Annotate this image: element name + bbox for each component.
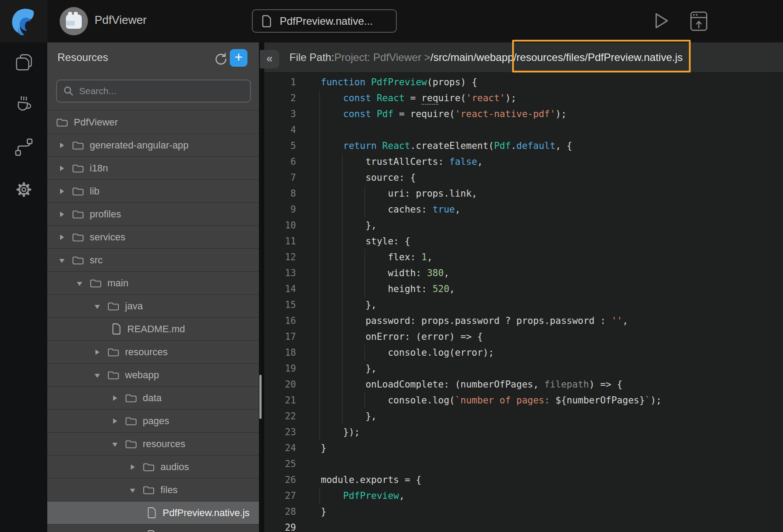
file-icon — [147, 530, 157, 532]
refresh-button[interactable] — [211, 50, 229, 68]
tree-file-row[interactable]: PdfPreview.native.js — [47, 502, 259, 524]
tree-item-label: webapp — [125, 369, 159, 381]
chevron-right-icon[interactable] — [112, 418, 118, 425]
code-line[interactable]: PdfPreview, — [321, 490, 405, 501]
tree-file-row[interactable] — [47, 524, 259, 532]
coffee-icon[interactable] — [14, 95, 34, 115]
tree-folder-row[interactable]: generated-angular-app — [47, 134, 259, 157]
open-preview-window-button[interactable] — [690, 11, 708, 31]
tree-file-row[interactable]: README.md — [47, 318, 259, 341]
blue-wave-logo-icon — [8, 5, 40, 37]
chevron-down-icon[interactable] — [94, 303, 100, 310]
code-line[interactable]: source: { — [321, 172, 416, 183]
open-file-tab[interactable]: PdfPreview.native... — [252, 9, 397, 33]
tree-folder-row[interactable]: resources — [47, 433, 259, 456]
code-line[interactable]: console.log(`number of pages: ${numberOf… — [321, 395, 661, 406]
file-icon — [262, 15, 272, 28]
panel-scrollbar-thumb[interactable] — [259, 375, 262, 419]
tree-folder-row[interactable]: profiles — [47, 203, 259, 226]
code-line[interactable]: password: props.password ? props.passwor… — [321, 315, 628, 326]
code-line[interactable]: return React.createElement(Pdf.default, … — [321, 141, 572, 151]
tree-folder-row[interactable]: java — [47, 295, 259, 318]
app-logo-cell[interactable] — [0, 0, 47, 42]
chevron-right-icon[interactable] — [112, 395, 118, 402]
run-button[interactable] — [654, 12, 669, 30]
tree-folder-row[interactable]: lib — [47, 180, 259, 203]
tree-item-label: audios — [160, 461, 189, 473]
code-line[interactable]: function PdfPreview(props) { — [321, 77, 477, 87]
code-line[interactable]: }, — [321, 300, 376, 310]
chevron-right-icon[interactable] — [59, 234, 65, 241]
folder-icon — [72, 232, 84, 243]
project-app-icon — [59, 6, 89, 36]
folder-icon — [143, 462, 155, 472]
code-line[interactable]: flex: 1, — [321, 252, 433, 262]
tree-item-label: files — [160, 484, 178, 496]
code-editor[interactable]: 1function PdfPreview(props) {2 const Rea… — [264, 72, 783, 532]
code-line[interactable]: }); — [321, 427, 360, 437]
chevron-right-icon[interactable] — [129, 464, 136, 471]
code-line[interactable]: onError: (error) => { — [321, 331, 483, 342]
code-line[interactable]: const Pdf = require('react-native-pdf'); — [321, 109, 566, 119]
code-line[interactable]: } — [321, 443, 327, 453]
tree-item-label: PdfPreview.native.js — [163, 507, 250, 519]
tree-folder-row[interactable]: src — [47, 249, 259, 272]
folder-icon — [125, 439, 137, 449]
code-line[interactable]: }, — [321, 220, 376, 231]
code-line[interactable]: style: { — [321, 236, 410, 247]
code-line[interactable]: height: 520, — [321, 284, 455, 294]
search-input[interactable] — [79, 86, 244, 96]
code-line[interactable]: uri: props.link, — [321, 188, 477, 199]
tree-item-label: java — [125, 300, 143, 312]
chevron-down-icon[interactable] — [76, 280, 83, 287]
tree-item-label: profiles — [90, 209, 121, 220]
code-line[interactable]: }, — [321, 363, 376, 374]
code-line[interactable]: width: 380, — [321, 268, 449, 278]
tree-folder-row[interactable]: main — [47, 272, 259, 295]
tree-folder-row[interactable]: pages — [47, 410, 259, 433]
chevron-right-icon[interactable] — [59, 188, 65, 195]
tree-folder-row[interactable]: data — [47, 387, 259, 410]
add-resource-button[interactable] — [230, 49, 247, 67]
settings-icon[interactable] — [14, 179, 34, 200]
chevron-right-icon[interactable] — [59, 165, 65, 172]
line-number: 20 — [264, 376, 296, 392]
app-title: PdfViewer — [95, 13, 147, 27]
chevron-down-icon[interactable] — [112, 441, 118, 448]
folder-icon — [72, 163, 84, 174]
chevron-right-icon[interactable] — [59, 211, 65, 218]
code-line[interactable]: module.exports = { — [321, 475, 422, 485]
code-line[interactable]: } — [321, 506, 327, 517]
chevron-down-icon[interactable] — [59, 257, 65, 264]
folder-icon — [56, 117, 68, 128]
pages-icon[interactable] — [14, 52, 34, 72]
indent-guide — [365, 249, 365, 297]
code-line[interactable]: const React = require('react'); — [321, 93, 517, 103]
chevron-down-icon[interactable] — [129, 486, 136, 494]
tree-folder-row[interactable]: resources — [47, 341, 259, 364]
search-box[interactable] — [56, 80, 251, 103]
tree-folder-row[interactable]: audios — [47, 456, 259, 479]
tree-item-label: PdfViewer — [74, 117, 118, 128]
tree-folder-row[interactable]: webapp — [47, 364, 259, 387]
line-number: 28 — [264, 504, 296, 520]
indent-guide — [342, 154, 342, 424]
line-number: 19 — [264, 361, 296, 376]
code-line[interactable]: }, — [321, 411, 376, 422]
chevron-right-icon[interactable] — [94, 349, 100, 356]
collapse-panel-button[interactable] — [260, 50, 279, 68]
code-line[interactable]: console.log(error); — [321, 347, 494, 358]
indent-guide — [365, 186, 365, 217]
tree-item-label: resources — [143, 438, 186, 450]
chevron-right-icon[interactable] — [59, 142, 65, 149]
tree-folder-row[interactable]: i18n — [47, 157, 259, 180]
tree-folder-row[interactable]: PdfViewer — [47, 111, 259, 134]
code-line[interactable]: onLoadComplete: (numberOfPages, filepath… — [321, 379, 623, 390]
tree-folder-row[interactable]: services — [47, 226, 259, 249]
connector-icon[interactable] — [14, 137, 34, 157]
code-line[interactable]: trustAllCerts: false, — [321, 156, 483, 167]
resources-panel: Resources PdfViewergenerated-angular-app… — [47, 42, 259, 532]
tree-folder-row[interactable]: files — [47, 479, 259, 502]
chevron-down-icon[interactable] — [94, 372, 100, 379]
indent-guide — [365, 392, 365, 408]
